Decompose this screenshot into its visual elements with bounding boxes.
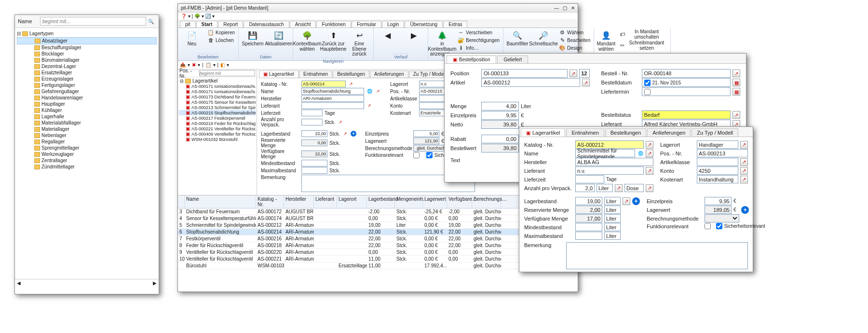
tree-node[interactable]: Fertigungslager [17, 82, 157, 88]
ribbon-button[interactable]: 🗑Löschen [206, 37, 236, 44]
ribbon-button[interactable]: ↔Verschieben [456, 29, 501, 37]
tree-root[interactable]: ⊟ Lagertypen [17, 31, 157, 36]
menu-tab[interactable]: Ansicht [290, 21, 316, 28]
close-icon[interactable]: ✕ [571, 5, 575, 11]
ribbon-button[interactable]: ✎Bearbeiten [557, 37, 592, 44]
list-item[interactable]: ▣ AS-000175 Sensor für Kesseltemperaturf… [179, 99, 256, 105]
ribbon-button[interactable]: ▶ [402, 29, 426, 42]
tree-node[interactable]: Werkzeuglager [17, 151, 157, 157]
status-field[interactable]: Bedarf [642, 111, 731, 119]
menu-tab[interactable]: Extras [443, 21, 467, 28]
detail-tab[interactable]: Bestellungen [333, 70, 369, 78]
menu-tab[interactable]: Funktionen [316, 21, 351, 28]
remarks-textarea[interactable] [566, 242, 748, 269]
tree-node[interactable]: Ersatzteillager [17, 69, 157, 76]
table-row[interactable]: 6StopfbuchsenabdichtungAS-000214ARI-Arma… [178, 229, 578, 236]
list-item[interactable]: ▣ AS-000171 Ionisationsüberwachung [179, 83, 256, 89]
article-tab[interactable]: Bestellungen [605, 128, 647, 137]
table-row[interactable]: 9Ventilteller für RückschlagventilAS-000… [178, 249, 578, 256]
list-item[interactable]: ▣ AS-000215 Stopfbuchsenabdichtung [179, 110, 256, 115]
tree-node[interactable]: Materialabfalllager [17, 120, 157, 126]
tree-node[interactable]: Dezentral-Lager [17, 63, 157, 69]
tree-node[interactable]: Lagerhalle [17, 113, 157, 120]
menu-tab[interactable]: pit [180, 21, 196, 28]
menu-tab[interactable]: Datenaustausch [244, 21, 289, 28]
tree-node[interactable]: Gefahrengutlager [17, 88, 157, 95]
ribbon-button[interactable]: 🌳Kontextbaum wählen [295, 29, 319, 53]
ribbon-button[interactable]: 🔐Berechtigungen [456, 37, 501, 44]
tree-node[interactable]: Zündmittellager [17, 164, 157, 170]
tree-node[interactable]: Hauptlager [17, 101, 157, 107]
globe-icon[interactable]: 🌐 [366, 88, 373, 95]
article-tab[interactable]: Zu Typ / Modell [692, 128, 738, 137]
table-row[interactable]: 8Feder für RückschlagventilAS-000218ARI-… [178, 242, 578, 249]
tab-bestellposition[interactable]: ▣Bestellposition [447, 56, 496, 63]
ribbon-button[interactable]: 📄Neu [180, 29, 204, 48]
table-row[interactable]: 4Sensor für KesseltemperaturfühlerAS-000… [178, 215, 578, 222]
tree-node[interactable]: Absatzlager [17, 37, 157, 44]
ribbon-button[interactable]: 📋Kopieren [206, 29, 236, 37]
list-item[interactable]: ▣ AS-000217 Festkörperventil [179, 115, 256, 121]
ribbon-button[interactable]: 💾Speichern [241, 29, 265, 48]
left-root[interactable]: ⊟ Lagerartikel [179, 78, 256, 83]
table-row[interactable]: 5Schmiermittel für SpindelgewindeAS-0002… [178, 222, 578, 229]
ribbon-button[interactable]: 🏷In Mandant umschalten [618, 29, 668, 40]
list-item[interactable]: ▣ AS-000173 Dichtband für Feuerraum [179, 94, 256, 99]
tree-node[interactable]: Materiallager [17, 126, 157, 132]
detail-tab[interactable]: Anlieferungen [370, 70, 408, 78]
minimize-icon[interactable]: — [554, 5, 559, 11]
calendar-icon[interactable]: ▦ [732, 79, 740, 86]
tree-node[interactable]: Zentrallager [17, 157, 157, 164]
list-item[interactable]: ▣ WSM-001032 Bürostuhl [179, 137, 256, 142]
menu-tab[interactable]: Übersetzung [405, 21, 443, 28]
tree-node[interactable]: Regallager [17, 139, 157, 145]
menu-tab[interactable]: Report [218, 21, 243, 28]
table-row[interactable]: 7FestkörperventilAS-000216ARI-Armaturen2… [178, 236, 578, 242]
tree-search-input[interactable] [40, 17, 146, 26]
menu-tab[interactable]: Formular [352, 21, 381, 28]
globe-icon[interactable]: 🌐 [637, 150, 644, 157]
table-row[interactable]: 10Ventilteller für RückschlagventilAS-00… [178, 256, 578, 263]
tree-node[interactable]: Beschaffungslager [17, 44, 157, 51]
article-tab[interactable]: Entnahmen [566, 128, 604, 137]
tree-scrollbar[interactable]: ◀▶ [15, 279, 159, 287]
tree-node[interactable]: Blocklager [17, 51, 157, 57]
ribbon-button[interactable]: 🔄Aktualisieren [267, 29, 291, 48]
list-item[interactable]: ▣ AS-000219 Feder für Rückschlagventil [179, 121, 256, 126]
table-row[interactable]: 3Dichtband für FeuerraumAS-000172AUGUST … [178, 208, 578, 215]
katalog-field[interactable] [301, 81, 346, 87]
search-icon[interactable]: 🔍 [146, 19, 156, 24]
lookup-icon[interactable]: ↗ [570, 69, 577, 77]
lookup-icon[interactable]: ↗ [348, 81, 354, 87]
list-item[interactable]: ▣ AS-000213 Schmiermittel für Spindelgew… [179, 105, 256, 110]
ribbon-button[interactable]: 🔎Schnellsuche [531, 29, 556, 48]
table-row[interactable]: BürostuhlWSM-001031Ersatzteillager11,001… [178, 263, 578, 269]
tree-node[interactable]: Nebenlager [17, 132, 157, 139]
tree-node[interactable]: Kühllager [17, 107, 157, 113]
tree-node[interactable]: Sprengmittellager [17, 145, 157, 151]
menu-tab[interactable]: Login [382, 21, 404, 28]
collapse-icon[interactable]: ⊟ [17, 31, 21, 36]
ribbon-button[interactable]: 🔍Baumfilter [505, 29, 529, 48]
list-item[interactable]: ▣ AS-000221 Ventilteller für Rückschlagv… [179, 126, 256, 131]
detail-tab[interactable]: ▣ Lagerartikel [259, 70, 298, 78]
article-tab[interactable]: ▣ Lagerartikel [521, 128, 565, 137]
left-search-input[interactable] [199, 70, 255, 76]
tab-geliefert[interactable]: Geliefert [497, 56, 528, 63]
tree-node[interactable]: Handelswarenlager [17, 95, 157, 101]
detail-tab[interactable]: Entnahmen [299, 70, 332, 78]
ribbon-button[interactable]: ↩Eine Ebene zurück [347, 29, 371, 58]
ribbon-button[interactable]: 🎨Design [557, 44, 592, 52]
tree-node[interactable]: Büromateriallager [17, 57, 157, 63]
plus-icon[interactable]: + [351, 131, 356, 137]
ribbon-button[interactable]: 👤Mandant wählen [596, 29, 616, 53]
article-tab[interactable]: Anlieferungen [647, 128, 691, 137]
menu-tab[interactable]: Start [196, 21, 218, 28]
ribbon-button[interactable]: ⚙Wählen [557, 29, 592, 37]
ribbon-button[interactable]: ℹInfo… [456, 44, 501, 52]
maximize-icon[interactable]: ▢ [563, 5, 567, 11]
ribbon-button[interactable]: ◀ [376, 29, 400, 42]
ribbon-button[interactable]: ✏Schreibmandant setzen [618, 40, 668, 51]
list-item[interactable]: ▣ AS-000409 Ventilteller für Rückschlagv… [179, 131, 256, 137]
list-item[interactable]: ▣ AS-000171 Ionisationsüberwachung [179, 89, 256, 94]
